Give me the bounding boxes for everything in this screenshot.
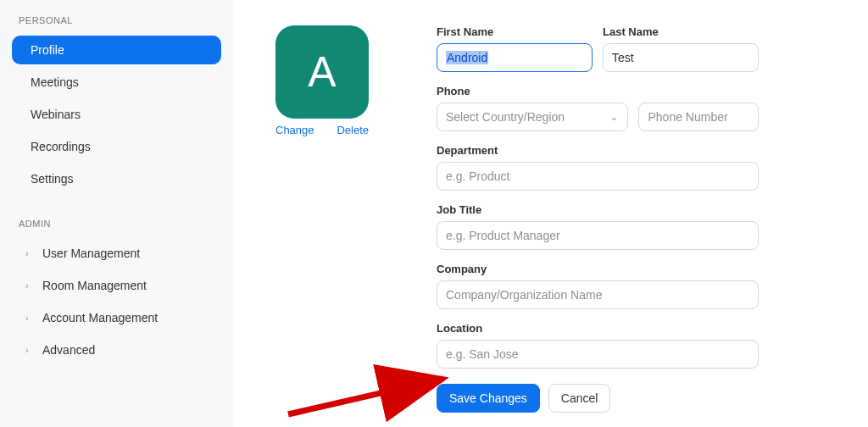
sidebar-item-advanced[interactable]: › Advanced [12, 336, 221, 364]
sidebar-item-label: Recordings [31, 140, 91, 153]
job-title-input[interactable] [437, 221, 759, 250]
first-name-value: Android [446, 51, 488, 64]
location-input[interactable] [437, 340, 759, 369]
form-buttons: Save Changes Cancel [437, 384, 759, 413]
sidebar-item-account-management[interactable]: › Account Management [12, 303, 221, 332]
department-label: Department [437, 144, 759, 157]
sidebar-item-recordings[interactable]: Recordings [12, 132, 221, 161]
sidebar-item-label: Profile [31, 43, 64, 57]
chevron-right-icon: › [25, 313, 37, 323]
sidebar-section-personal: PERSONAL [19, 15, 221, 25]
sidebar-item-label: Webinars [31, 108, 81, 121]
sidebar-item-label: Meetings [31, 75, 79, 89]
avatar-column: A Change Delete [275, 25, 369, 427]
save-button[interactable]: Save Changes [437, 384, 540, 413]
sidebar-item-profile[interactable]: Profile [12, 36, 221, 64]
sidebar: PERSONAL Profile Meetings Webinars Recor… [0, 0, 233, 427]
sidebar-item-room-management[interactable]: › Room Management [12, 271, 221, 300]
sidebar-item-label: User Management [42, 247, 140, 260]
avatar-actions: Change Delete [275, 124, 369, 136]
phone-country-select[interactable] [437, 103, 628, 131]
sidebar-item-settings[interactable]: Settings [12, 164, 221, 193]
cancel-button[interactable]: Cancel [548, 384, 611, 413]
sidebar-item-label: Advanced [42, 343, 95, 357]
sidebar-section-admin: ADMIN [19, 219, 221, 229]
sidebar-item-label: Room Management [42, 279, 147, 292]
job-title-label: Job Title [437, 203, 759, 216]
phone-label: Phone [437, 85, 759, 97]
profile-form: First Name Android Last Name Phone ⌄ [437, 25, 759, 427]
sidebar-item-label: Settings [31, 172, 74, 186]
sidebar-item-label: Account Management [42, 311, 158, 324]
sidebar-item-webinars[interactable]: Webinars [12, 100, 221, 129]
chevron-right-icon: › [25, 345, 37, 355]
last-name-label: Last Name [603, 25, 759, 38]
phone-number-input[interactable] [638, 103, 759, 131]
chevron-right-icon: › [25, 248, 37, 258]
department-input[interactable] [437, 162, 759, 191]
avatar-initial: A [308, 47, 336, 97]
sidebar-item-meetings[interactable]: Meetings [12, 68, 221, 97]
company-input[interactable] [437, 280, 759, 309]
first-name-label: First Name [437, 25, 593, 38]
main-content: A Change Delete First Name Android Last … [233, 0, 868, 427]
avatar[interactable]: A [275, 25, 369, 119]
avatar-change-link[interactable]: Change [275, 124, 314, 136]
avatar-delete-link[interactable]: Delete [337, 124, 369, 136]
location-label: Location [437, 322, 759, 335]
chevron-right-icon: › [25, 280, 37, 291]
sidebar-item-user-management[interactable]: › User Management [12, 239, 221, 268]
first-name-input[interactable]: Android [437, 43, 593, 72]
company-label: Company [437, 263, 759, 275]
last-name-input[interactable] [603, 43, 759, 72]
